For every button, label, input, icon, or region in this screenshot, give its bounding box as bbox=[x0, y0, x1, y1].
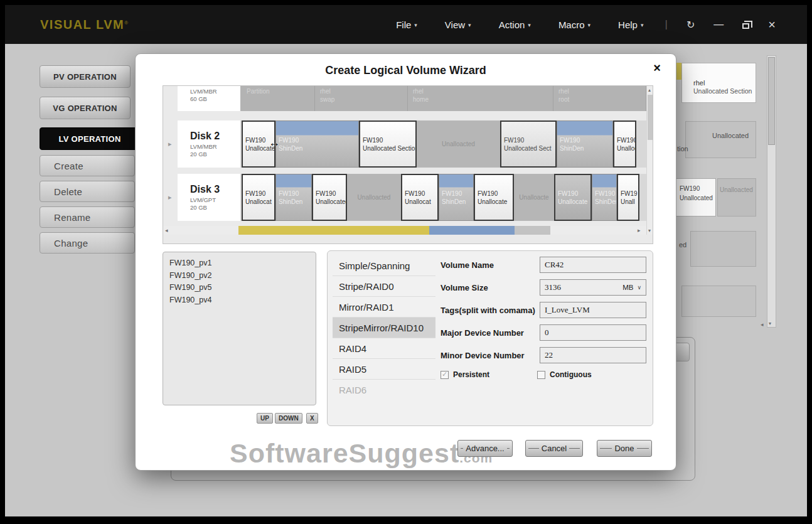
sidebar-item-rename[interactable]: Rename bbox=[40, 206, 135, 228]
partition-block-selected[interactable]: FW190Unallocated Sect bbox=[500, 120, 557, 168]
partition-block[interactable]: FW190ShinDen bbox=[557, 120, 613, 168]
background-text-fragment: ed bbox=[679, 241, 686, 249]
raid-type-stripe-raid0[interactable]: Stripe/RAID0 bbox=[333, 276, 435, 297]
disk-name: Disk 3 bbox=[190, 184, 240, 195]
partition-block[interactable]: rhelhome bbox=[408, 86, 553, 111]
close-icon: × bbox=[768, 18, 776, 32]
scrollbar-thumb[interactable] bbox=[768, 57, 775, 145]
minor-device-number-input[interactable] bbox=[540, 347, 646, 363]
raid-type-raid5[interactable]: RAID5 bbox=[333, 359, 435, 380]
scroll-left-icon[interactable]: ◂ bbox=[761, 321, 764, 328]
partition-block[interactable]: FW190ShinDen bbox=[275, 120, 359, 168]
minimize-button[interactable]: — bbox=[713, 19, 724, 30]
resize-cursor-icon: ↔ bbox=[269, 136, 280, 149]
scrollbar-thumb[interactable] bbox=[648, 95, 653, 140]
scroll-right-icon[interactable]: ▸ bbox=[638, 227, 641, 233]
restore-button[interactable] bbox=[742, 21, 749, 29]
pv-list-item[interactable]: FW190_pv1 bbox=[169, 257, 309, 270]
partition-block-selected[interactable]: FW190Unallocated bbox=[312, 174, 347, 221]
cancel-button[interactable]: Cancel bbox=[525, 440, 583, 457]
menu-help[interactable]: Help▾ bbox=[618, 19, 643, 30]
partition-block-unallocated[interactable]: Unalloacted bbox=[347, 174, 401, 221]
partition-block-selected[interactable]: FW19Unall bbox=[617, 174, 639, 221]
background-fw190-card: FW190 Unallocated bbox=[676, 178, 716, 217]
usage-segment-blue bbox=[429, 226, 515, 235]
scroll-up-icon[interactable]: ▴ bbox=[648, 87, 651, 93]
app-logo: VISUAL LVM® bbox=[40, 18, 128, 32]
menu-view[interactable]: View▾ bbox=[445, 19, 471, 30]
partition-block[interactable]: rhelroot bbox=[553, 86, 646, 111]
contiguous-label: Contiguous bbox=[550, 370, 592, 379]
pv-down-button[interactable]: DOWN bbox=[275, 413, 302, 424]
partition-block-selected[interactable]: FW190Unallocat bbox=[401, 174, 439, 221]
volume-size-input[interactable]: 3136 MB∨ bbox=[540, 279, 646, 296]
disk-fs: LVM/MBR bbox=[190, 88, 240, 95]
sidebar-item-change[interactable]: Change bbox=[40, 232, 135, 254]
partition-block-unallocated[interactable]: Unalloacted bbox=[417, 120, 500, 168]
pv-up-button[interactable]: UP bbox=[257, 413, 273, 424]
partition-block[interactable]: FW190Unallocate bbox=[554, 174, 592, 221]
advance-button[interactable]: Advance... bbox=[457, 440, 513, 457]
scroll-left-icon[interactable]: ◂ bbox=[165, 227, 168, 233]
disk-fs: LVM/MBR bbox=[190, 143, 240, 151]
raid-type-simple-spanning[interactable]: Simple/Spanning bbox=[333, 255, 435, 276]
background-gray-box bbox=[681, 286, 756, 317]
volume-name-input[interactable] bbox=[540, 257, 646, 273]
sidebar-item-vg-operation[interactable]: VG OPERATION bbox=[40, 97, 131, 119]
disk-row: Disk 3 LVM/GPT 20 GB FW190Unallocat FW19… bbox=[178, 174, 646, 221]
menu-action[interactable]: Action▾ bbox=[499, 19, 531, 30]
disk-map-panel: ▸ ▸ LVM/MBR 60 GB Partition rhelswap rhe… bbox=[163, 85, 653, 244]
sidebar-item-create[interactable]: Create bbox=[40, 155, 135, 176]
sidebar-item-delete[interactable]: Delete bbox=[40, 181, 135, 202]
raid-type-mirror-raid1[interactable]: Mirror/RAID1 bbox=[333, 297, 435, 318]
persistent-checkbox[interactable]: ✓ bbox=[441, 371, 449, 379]
rhel-sublabel: Unallocated Section bbox=[693, 87, 755, 95]
partition-block[interactable]: FW190ShinDen bbox=[439, 174, 474, 221]
disk-map-vertical-scrollbar[interactable]: ▴ ▾ bbox=[646, 86, 653, 235]
disk-size: 20 GB bbox=[190, 204, 240, 211]
volume-size-unit-select[interactable]: MB∨ bbox=[622, 284, 641, 291]
contiguous-checkbox[interactable] bbox=[537, 371, 545, 379]
menu-macro[interactable]: Macro▾ bbox=[558, 19, 590, 30]
done-button[interactable]: Done bbox=[597, 440, 652, 457]
volume-settings-panel: Simple/Spanning Stripe/RAID0 Mirror/RAID… bbox=[327, 250, 653, 426]
sidebar-item-pv-operation[interactable]: PV OPERATION bbox=[40, 65, 131, 88]
pv-list-item[interactable]: FW190_pv2 bbox=[169, 270, 309, 282]
menu-file[interactable]: File▾ bbox=[396, 19, 417, 30]
major-device-number-input[interactable] bbox=[540, 324, 646, 341]
scroll-down-icon[interactable]: ▾ bbox=[648, 228, 651, 233]
disk-label: LVM/MBR 60 GB bbox=[178, 86, 240, 111]
pv-list-item[interactable]: FW190_pv5 bbox=[169, 282, 309, 294]
tags-input[interactable] bbox=[540, 302, 646, 318]
partition-block[interactable]: FW190ShinDen bbox=[275, 174, 312, 221]
partition-block-selected[interactable]: FW190Unallocat bbox=[242, 174, 275, 221]
sidebar-item-lv-operation[interactable]: LV OPERATION bbox=[40, 127, 140, 150]
window-close-button[interactable]: × bbox=[768, 18, 776, 32]
menu-macro-label: Macro bbox=[558, 19, 585, 30]
background-yellow-strip bbox=[676, 63, 681, 80]
background-vertical-scrollbar[interactable]: ▾ bbox=[767, 55, 776, 328]
partition-block-unallocated[interactable]: Unalloacte bbox=[514, 174, 554, 221]
pv-list-item[interactable]: FW190_pv4 bbox=[169, 294, 309, 307]
raid-type-raid4[interactable]: RAID4 bbox=[333, 338, 435, 359]
partition-block-selected[interactable]: FW190Unalloca bbox=[613, 120, 636, 168]
scroll-down-icon[interactable]: ▾ bbox=[769, 321, 771, 326]
partition-block-selected[interactable]: FW190Unallocated Section bbox=[359, 120, 417, 168]
watermark-text: SoftwareSuggest bbox=[230, 438, 459, 469]
logo-text: VISUAL LVM bbox=[40, 18, 124, 31]
disk-map-horizontal-scrollbar[interactable]: ◂ ▸ bbox=[163, 226, 646, 235]
partition-block[interactable]: Partition bbox=[242, 86, 315, 111]
partition-block[interactable]: FW190ShinDen bbox=[592, 174, 617, 221]
registered-mark: ® bbox=[124, 20, 128, 26]
chevron-down-icon: ▾ bbox=[528, 22, 531, 28]
dialog-close-button[interactable]: × bbox=[653, 61, 661, 75]
partition-block[interactable]: rhelswap bbox=[315, 86, 408, 111]
disk-blocks: Partition rhelswap rhelhome rhelroot bbox=[240, 86, 646, 111]
raid-type-stripemirror-raid10[interactable]: StripeMirror/RAID10 bbox=[333, 318, 435, 338]
refresh-button[interactable]: ↻ bbox=[686, 19, 695, 31]
partition-block-selected[interactable]: FW190Unallocate bbox=[474, 174, 514, 221]
pv-remove-button[interactable]: X bbox=[306, 413, 318, 424]
app-frame: VISUAL LVM® File▾ View▾ Action▾ Macro▾ H… bbox=[0, 0, 812, 524]
scrollbar-thumb[interactable] bbox=[515, 226, 550, 235]
menubar: File▾ View▾ Action▾ Macro▾ Help▾ | ↻ — × bbox=[368, 5, 776, 44]
